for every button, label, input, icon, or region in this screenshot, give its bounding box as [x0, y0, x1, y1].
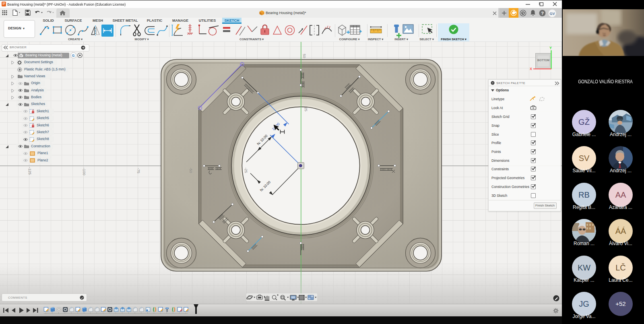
svg-text:?: ?	[541, 11, 544, 16]
svg-text:Y: Y	[549, 46, 552, 50]
svg-text:-50: -50	[189, 167, 193, 173]
svg-text:RB: RB	[578, 190, 590, 199]
svg-text:LČ: LČ	[615, 263, 626, 272]
svg-text:-125: -125	[28, 167, 32, 175]
svg-text:AA: AA	[615, 190, 626, 199]
svg-text:GŽ: GŽ	[578, 118, 590, 126]
svg-text:25: 25	[304, 107, 308, 111]
svg-text:SV: SV	[579, 154, 590, 163]
svg-text:-25: -25	[244, 167, 248, 173]
svg-text:X: X	[530, 67, 532, 71]
svg-text:50: 50	[302, 54, 307, 58]
svg-text:-100: -100	[82, 167, 87, 175]
svg-text:+52: +52	[615, 300, 625, 307]
svg-text:GV: GV	[549, 12, 555, 16]
svg-text:G: G	[72, 54, 75, 58]
svg-text:JG: JG	[579, 299, 589, 308]
svg-text:KW: KW	[578, 263, 590, 272]
svg-text:-75: -75	[136, 168, 141, 173]
svg-text:ÁÁ: ÁÁ	[615, 227, 626, 235]
